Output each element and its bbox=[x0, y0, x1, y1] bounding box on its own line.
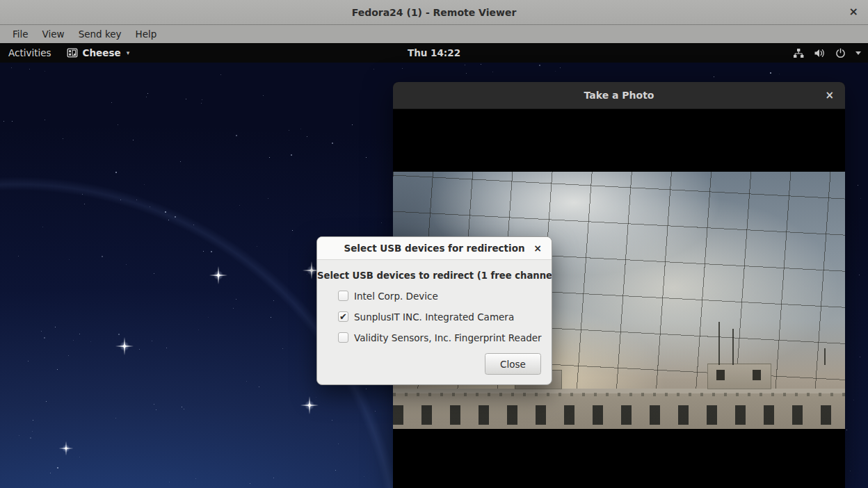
star bbox=[233, 308, 234, 309]
close-button[interactable]: Close bbox=[485, 353, 541, 375]
star bbox=[236, 135, 237, 136]
checkbox-fingerprint-reader[interactable] bbox=[338, 332, 348, 343]
star bbox=[180, 161, 181, 162]
star bbox=[19, 435, 19, 436]
star bbox=[154, 404, 154, 405]
star bbox=[208, 317, 209, 318]
star bbox=[28, 361, 29, 361]
dialog-titlebar[interactable]: Select USB devices for redirection × bbox=[317, 237, 552, 260]
close-icon[interactable]: × bbox=[849, 4, 858, 19]
menubar: File View Send key Help bbox=[0, 25, 868, 43]
star bbox=[236, 299, 236, 300]
star bbox=[332, 143, 333, 144]
star bbox=[268, 198, 268, 199]
rooftop-structure bbox=[707, 364, 771, 389]
star bbox=[57, 369, 58, 370]
network-icon bbox=[793, 48, 804, 58]
close-icon[interactable]: × bbox=[533, 241, 542, 255]
star-sparkle bbox=[300, 396, 319, 414]
star bbox=[250, 483, 250, 484]
device-row-sunplusit-camera[interactable]: ✔ SunplusIT INC. Integrated Camera bbox=[338, 311, 552, 323]
star bbox=[198, 330, 199, 330]
star bbox=[465, 65, 465, 65]
star bbox=[102, 256, 103, 257]
star bbox=[202, 99, 202, 100]
star bbox=[375, 411, 376, 412]
star bbox=[42, 227, 43, 227]
star bbox=[146, 97, 147, 97]
remote-viewer-titlebar[interactable]: Fedora24 (1) - Remote Viewer × bbox=[0, 0, 868, 25]
star bbox=[211, 251, 212, 252]
star bbox=[55, 327, 56, 327]
star bbox=[292, 230, 293, 231]
star bbox=[166, 348, 167, 348]
star bbox=[402, 68, 403, 69]
star bbox=[307, 136, 307, 137]
star bbox=[858, 185, 858, 186]
star bbox=[186, 99, 186, 99]
usb-redirection-dialog: Select USB devices for redirection × Sel… bbox=[316, 236, 552, 385]
dialog-heading: Select USB devices to redirect (1 free c… bbox=[317, 270, 552, 281]
clock[interactable]: Thu 14:22 bbox=[0, 47, 868, 58]
remote-viewer-title: Fedora24 (1) - Remote Viewer bbox=[352, 7, 517, 18]
star bbox=[150, 206, 150, 207]
star bbox=[273, 300, 274, 301]
star bbox=[335, 470, 336, 471]
menu-file[interactable]: File bbox=[6, 25, 35, 43]
star bbox=[373, 69, 374, 70]
volume-icon bbox=[814, 48, 826, 58]
star bbox=[770, 72, 771, 74]
star bbox=[184, 409, 184, 409]
checkbox-intel-device[interactable] bbox=[338, 291, 348, 301]
star bbox=[84, 204, 85, 204]
star bbox=[201, 103, 202, 104]
device-row-validity-fingerprint[interactable]: Validity Sensors, Inc. Fingerprint Reade… bbox=[338, 332, 552, 343]
device-label: Intel Corp. Device bbox=[354, 291, 438, 302]
menu-view[interactable]: View bbox=[35, 25, 72, 43]
checkbox-integrated-camera[interactable]: ✔ bbox=[338, 311, 348, 322]
star bbox=[120, 200, 121, 200]
star bbox=[57, 467, 58, 469]
star-sparkle bbox=[115, 337, 134, 355]
device-label: SunplusIT INC. Integrated Camera bbox=[354, 311, 514, 323]
star bbox=[63, 138, 63, 139]
antenna-mast bbox=[824, 348, 826, 365]
device-label: Validity Sensors, Inc. Fingerprint Reade… bbox=[354, 332, 542, 343]
star bbox=[18, 256, 19, 257]
photo-window-headerbar[interactable]: Take a Photo × bbox=[393, 82, 845, 109]
star bbox=[50, 473, 51, 473]
star bbox=[269, 157, 270, 158]
star bbox=[118, 124, 118, 125]
star bbox=[29, 69, 30, 70]
star bbox=[168, 220, 169, 220]
menu-help[interactable]: Help bbox=[129, 25, 164, 43]
antenna-mast bbox=[718, 322, 720, 365]
system-status-area[interactable] bbox=[793, 43, 861, 63]
star bbox=[33, 420, 33, 421]
star bbox=[259, 387, 259, 387]
star bbox=[555, 71, 556, 72]
star bbox=[307, 274, 307, 275]
star bbox=[30, 437, 31, 439]
device-row-intel[interactable]: Intel Corp. Device bbox=[338, 290, 552, 302]
star bbox=[193, 225, 194, 225]
star bbox=[859, 275, 860, 275]
star bbox=[165, 211, 166, 213]
gnome-top-bar: Activities Cheese ▾ Thu 14:22 bbox=[0, 43, 868, 63]
star bbox=[175, 216, 176, 218]
star bbox=[32, 431, 33, 432]
star bbox=[332, 420, 332, 421]
star bbox=[481, 64, 481, 65]
star bbox=[263, 95, 264, 96]
menu-send-key[interactable]: Send key bbox=[72, 25, 129, 43]
star bbox=[257, 246, 257, 247]
star bbox=[45, 71, 45, 72]
star bbox=[45, 120, 45, 120]
star bbox=[220, 74, 221, 75]
star bbox=[779, 74, 780, 74]
star bbox=[68, 355, 69, 356]
close-icon[interactable]: × bbox=[825, 88, 834, 103]
star bbox=[352, 124, 353, 125]
star bbox=[147, 93, 148, 94]
letterbox-bottom bbox=[393, 429, 845, 488]
